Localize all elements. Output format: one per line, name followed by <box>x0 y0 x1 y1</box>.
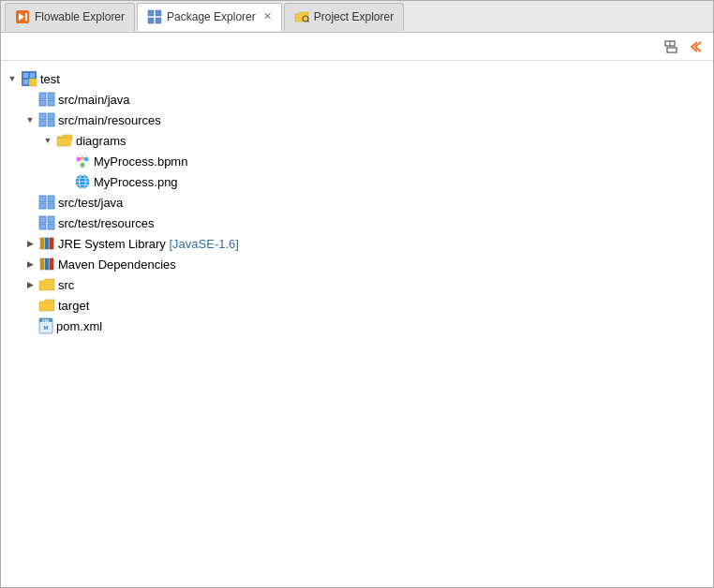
project-icon <box>21 70 37 87</box>
svg-rect-21 <box>48 100 54 106</box>
svg-rect-23 <box>48 113 54 120</box>
svg-rect-43 <box>48 224 54 229</box>
tree-item-maven[interactable]: Maven Dependencies <box>5 254 709 274</box>
root-label: test <box>40 72 60 86</box>
svg-point-29 <box>81 163 85 168</box>
svg-rect-22 <box>39 113 46 120</box>
collapse-icon <box>663 39 678 54</box>
label-src-main-resources: src/main/resources <box>58 113 161 127</box>
svg-rect-5 <box>148 18 154 23</box>
svg-rect-38 <box>39 203 46 209</box>
svg-rect-14 <box>30 73 35 78</box>
link-with-editor-button[interactable] <box>685 37 706 57</box>
tree-item-src-test-resources[interactable]: src/test/resources <box>5 213 709 233</box>
label-myprocess-bpmn: MyProcess.bpmn <box>94 154 187 169</box>
arrow-jre[interactable] <box>24 238 36 249</box>
root-arrow[interactable] <box>7 73 18 84</box>
tree-item-src-main-java[interactable]: src/main/java <box>5 89 709 110</box>
tree-item-pom[interactable]: XML M pom.xml <box>5 316 709 336</box>
collapse-all-button[interactable] <box>661 37 681 57</box>
tree-item-target[interactable]: target <box>5 295 709 316</box>
svg-rect-40 <box>39 216 46 223</box>
xml-icon: XML M <box>38 317 53 334</box>
arrow-src[interactable] <box>24 279 36 290</box>
tab-project-label: Project Explorer <box>314 10 394 23</box>
tab-package[interactable]: Package Explorer ✕ <box>137 3 282 31</box>
svg-rect-20 <box>39 100 46 106</box>
maven-icon <box>38 256 55 272</box>
jre-icon <box>38 235 55 252</box>
tab-project[interactable]: Project Explorer <box>284 3 404 31</box>
svg-point-27 <box>77 157 82 162</box>
package-icon-3 <box>38 195 55 210</box>
svg-rect-19 <box>48 93 54 99</box>
label-src-test-resources: src/test/resources <box>58 216 155 230</box>
label-myprocess-png: MyProcess.png <box>94 175 178 189</box>
tree-item-src-test-java[interactable]: src/test/java <box>5 192 709 213</box>
label-diagrams: diagrams <box>76 134 126 148</box>
folder-closed-icon-src <box>38 277 55 292</box>
svg-rect-25 <box>48 121 54 126</box>
svg-point-28 <box>84 157 89 162</box>
arrow-diagrams[interactable] <box>42 135 53 146</box>
svg-rect-6 <box>156 18 161 23</box>
svg-text:XML: XML <box>42 318 51 323</box>
svg-rect-10 <box>667 48 677 52</box>
label-src-test-java: src/test/java <box>58 196 123 210</box>
tab-package-label: Package Explorer <box>167 10 256 23</box>
no-arrow-png <box>60 176 71 187</box>
label-src-main-java: src/main/java <box>58 93 130 107</box>
svg-rect-2 <box>25 13 27 21</box>
package-icon-2 <box>38 112 55 127</box>
svg-rect-3 <box>148 10 154 16</box>
no-arrow-target <box>24 300 36 311</box>
svg-text:M: M <box>44 325 49 331</box>
svg-line-8 <box>307 21 308 22</box>
label-maven: Maven Dependencies <box>58 257 176 272</box>
png-icon <box>74 173 91 190</box>
label-target: target <box>58 299 89 313</box>
arrow-src-main-resources[interactable] <box>24 114 36 125</box>
label-jre: JRE System Library [JavaSE-1.6] <box>58 237 239 251</box>
svg-rect-18 <box>39 93 46 99</box>
package-icon-1 <box>38 92 55 107</box>
svg-point-30 <box>81 156 84 160</box>
no-arrow-pom <box>24 320 36 331</box>
tree-root[interactable]: test <box>5 68 709 89</box>
no-arrow-stj <box>24 197 36 208</box>
no-arrow-str <box>24 217 36 228</box>
tab-flowable-label: Flowable Explorer <box>35 10 125 23</box>
main-window: Flowable Explorer Package Explorer ✕ Pro… <box>0 0 714 588</box>
svg-rect-42 <box>39 224 46 229</box>
package-tab-icon <box>147 9 162 24</box>
link-icon <box>688 39 703 54</box>
package-icon-4 <box>38 215 55 230</box>
tree-item-myprocess-png[interactable]: MyProcess.png <box>5 171 709 192</box>
tab-package-close[interactable]: ✕ <box>263 10 272 22</box>
bpmn-icon <box>74 153 91 169</box>
arrow-maven[interactable] <box>24 258 36 270</box>
svg-rect-24 <box>39 121 46 126</box>
tree-area[interactable]: test src/main/java src/main/ <box>1 61 713 587</box>
no-arrow-1a <box>24 94 36 105</box>
tree-item-diagrams[interactable]: diagrams <box>5 130 709 151</box>
tab-bar: Flowable Explorer Package Explorer ✕ Pro… <box>1 1 713 33</box>
svg-rect-36 <box>39 196 46 202</box>
folder-open-icon <box>56 133 73 148</box>
tree-item-src[interactable]: src <box>5 274 709 295</box>
svg-rect-15 <box>23 80 28 84</box>
no-arrow-bpmn <box>60 155 71 167</box>
tree-item-jre[interactable]: JRE System Library [JavaSE-1.6] <box>5 233 709 254</box>
tree-item-src-main-resources[interactable]: src/main/resources <box>5 110 709 130</box>
tree-item-myprocess-bpmn[interactable]: MyProcess.bpmn <box>5 151 709 171</box>
label-pom: pom.xml <box>56 319 102 333</box>
tab-flowable[interactable]: Flowable Explorer <box>5 3 135 31</box>
toolbar <box>1 33 713 61</box>
svg-rect-39 <box>48 203 54 209</box>
project-tab-icon <box>294 9 309 24</box>
svg-rect-4 <box>156 10 161 16</box>
svg-rect-13 <box>23 73 28 78</box>
folder-closed-icon-target <box>38 298 55 313</box>
svg-rect-17 <box>29 79 37 86</box>
svg-rect-41 <box>48 216 54 223</box>
